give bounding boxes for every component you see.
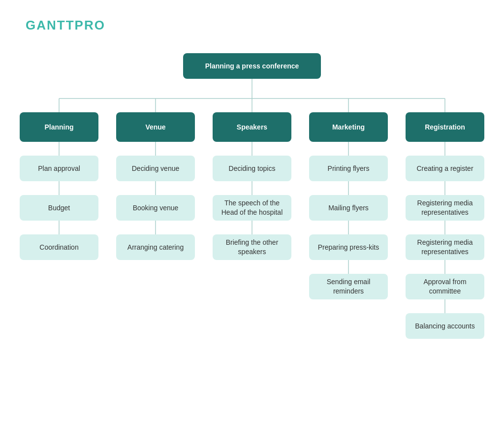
org-chart: Planning a press conferencePlanningPlan … [11, 53, 493, 368]
item-registration-1: Registering media representatives [406, 195, 484, 221]
item-planning-2: Coordination [20, 234, 98, 260]
item-registration-3: Approval from committee [406, 274, 484, 299]
item-planning-1: Budget [20, 195, 98, 221]
root-node: Planning a press conference [183, 53, 321, 79]
item-marketing-1: Mailing flyers [309, 195, 388, 221]
header-speakers: Speakers [213, 112, 291, 142]
item-planning-0: Plan approval [20, 156, 98, 181]
header-registration: Registration [406, 112, 484, 142]
header-planning: Planning [20, 112, 98, 142]
item-venue-2: Arranging catering [116, 234, 195, 260]
item-venue-0: Deciding venue [116, 156, 195, 181]
item-speakers-1: The speech of the Head of the hospital [213, 195, 291, 221]
app-logo: GANTTPRO [26, 18, 105, 33]
header-marketing: Marketing [309, 112, 388, 142]
item-speakers-2: Briefing the other speakers [213, 234, 291, 260]
item-registration-0: Creating a register [406, 156, 484, 181]
item-registration-2: Registering media representatives [406, 234, 484, 260]
item-marketing-2: Preparing press-kits [309, 234, 388, 260]
item-marketing-0: Printing flyers [309, 156, 388, 181]
item-speakers-0: Deciding topics [213, 156, 291, 181]
item-marketing-3: Sending email reminders [309, 274, 388, 299]
item-venue-1: Booking venue [116, 195, 195, 221]
item-registration-4: Balancing accounts [406, 313, 484, 339]
header-venue: Venue [116, 112, 195, 142]
